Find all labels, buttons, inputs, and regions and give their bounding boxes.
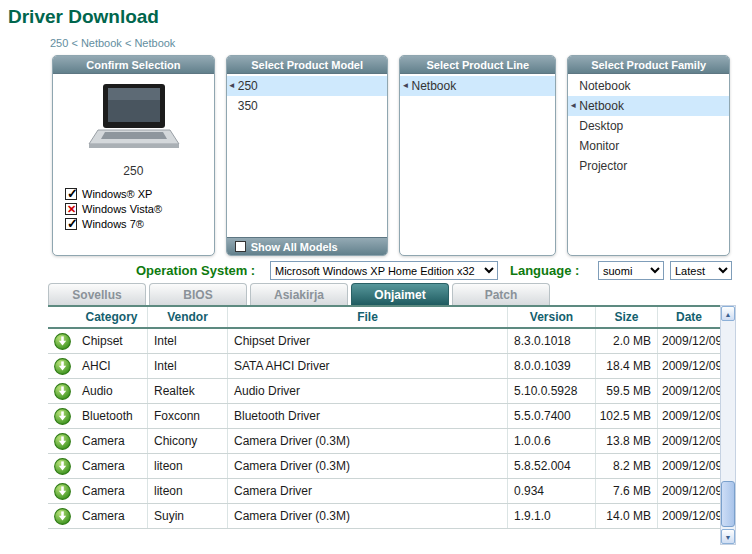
operation-system-select[interactable]: Microsoft Windows XP Home Edition x32 — [270, 261, 498, 280]
column-header: Vendor — [148, 307, 228, 327]
category-cell: Camera — [76, 454, 148, 478]
download-cell — [48, 504, 76, 528]
table-body: Chipset Intel Chipset Driver 8.3.0.1018 … — [48, 329, 720, 529]
table-header: Category Vendor File Version Size Date — [48, 305, 720, 329]
tab[interactable]: BIOS — [149, 283, 247, 305]
checkbox-icon[interactable] — [65, 203, 77, 215]
table-row: Audio Realtek Audio Driver 5.10.0.5928 5… — [48, 379, 720, 404]
version-cell: 5.5.0.7400 — [508, 404, 596, 428]
checkbox-icon[interactable] — [65, 218, 77, 230]
vendor-cell: Chicony — [148, 429, 228, 453]
date-cell: 2009/12/09 — [658, 504, 720, 528]
checkbox-icon[interactable] — [65, 188, 77, 200]
date-cell: 2009/12/09 — [658, 429, 720, 453]
product-family-list: Notebook Netbook Desktop Monitor Project… — [568, 74, 729, 255]
size-cell: 14.0 MB — [596, 504, 658, 528]
category-cell: Camera — [76, 429, 148, 453]
size-cell: 59.5 MB — [596, 379, 658, 403]
download-cell — [48, 329, 76, 353]
product-family-option[interactable]: Monitor — [568, 136, 729, 156]
size-cell: 8.2 MB — [596, 454, 658, 478]
column-header: Date — [658, 307, 720, 327]
latest-select[interactable]: Latest — [670, 261, 732, 280]
confirm-selection-title: Confirm Selection — [53, 56, 214, 74]
breadcrumb: 250 < Netbook < Netbook — [50, 37, 175, 49]
tab[interactable]: Asiakirja — [250, 283, 348, 305]
version-cell: 5.8.52.004 — [508, 454, 596, 478]
language-select[interactable]: suomi — [598, 261, 664, 280]
download-icon[interactable] — [54, 483, 71, 500]
file-cell: Chipset Driver — [228, 329, 508, 353]
select-product-model-title: Select Product Model — [227, 56, 388, 74]
os-support-item[interactable]: Windows Vista® — [65, 201, 214, 216]
category-cell: Chipset — [76, 329, 148, 353]
download-icon[interactable] — [54, 408, 71, 425]
version-cell: 8.0.0.1039 — [508, 354, 596, 378]
download-cell — [48, 354, 76, 378]
vendor-cell: liteon — [148, 479, 228, 503]
download-icon[interactable] — [54, 508, 71, 525]
show-all-models-row: Show All Models — [227, 237, 388, 255]
product-line-option[interactable]: Netbook — [400, 76, 555, 96]
version-cell: 0.934 — [508, 479, 596, 503]
operation-system-label: Operation System : — [136, 263, 255, 278]
download-cell — [48, 479, 76, 503]
tab[interactable]: Patch — [452, 283, 550, 305]
confirm-selection-panel: Confirm Selection 250 — [52, 55, 215, 256]
product-model-list: 250 350 — [227, 74, 388, 237]
netbook-image — [81, 82, 185, 158]
file-cell: Camera Driver — [228, 479, 508, 503]
tab[interactable]: Sovellus — [48, 283, 146, 305]
product-family-option[interactable]: Notebook — [568, 76, 729, 96]
version-cell: 8.3.0.1018 — [508, 329, 596, 353]
scroll-up-button[interactable]: ▲ — [721, 306, 735, 321]
date-cell: 2009/12/09 — [658, 479, 720, 503]
download-cell — [48, 404, 76, 428]
product-line-list: Netbook — [400, 74, 555, 255]
download-icon[interactable] — [54, 333, 71, 350]
scroll-down-button[interactable]: ▼ — [721, 529, 735, 544]
table-row: Bluetooth Foxconn Bluetooth Driver 5.5.0… — [48, 404, 720, 429]
download-icon[interactable] — [54, 358, 71, 375]
confirmed-model-label: 250 — [53, 164, 214, 178]
file-cell: Audio Driver — [228, 379, 508, 403]
file-cell: Camera Driver (0.3M) — [228, 454, 508, 478]
select-product-family-title: Select Product Family — [568, 56, 729, 74]
select-product-line-title: Select Product Line — [400, 56, 555, 74]
size-cell: 18.4 MB — [596, 354, 658, 378]
product-model-option[interactable]: 250 — [227, 76, 388, 96]
download-cell — [48, 429, 76, 453]
vendor-cell: Suyin — [148, 504, 228, 528]
os-support-item[interactable]: Windows® XP — [65, 186, 214, 201]
tab[interactable]: Ohjaimet — [351, 283, 449, 305]
vendor-cell: Foxconn — [148, 404, 228, 428]
file-cell: Camera Driver (0.3M) — [228, 504, 508, 528]
select-product-family-panel: Select Product Family Notebook Netbook D… — [567, 55, 730, 256]
product-family-option[interactable]: Desktop — [568, 116, 729, 136]
column-header: Version — [508, 307, 596, 327]
product-family-option[interactable]: Projector — [568, 156, 729, 176]
vendor-cell: liteon — [148, 454, 228, 478]
date-cell: 2009/12/09 — [658, 404, 720, 428]
table-scrollbar[interactable]: ▲ ▼ — [720, 305, 736, 545]
show-all-models-checkbox[interactable] — [235, 241, 246, 252]
download-icon[interactable] — [54, 383, 71, 400]
product-family-option[interactable]: Netbook — [568, 96, 729, 116]
os-support-item[interactable]: Windows 7® — [65, 216, 214, 231]
download-cell — [48, 454, 76, 478]
vendor-cell: Intel — [148, 354, 228, 378]
tab-bar: Sovellus BIOS Asiakirja Ohjaimet Patch — [48, 283, 553, 305]
table-row: Camera Suyin Camera Driver (0.3M) 1.9.1.… — [48, 504, 720, 529]
download-cell — [48, 379, 76, 403]
version-cell: 1.0.0.6 — [508, 429, 596, 453]
select-product-model-panel: Select Product Model 250 350 Show All Mo… — [226, 55, 389, 256]
table-row: Chipset Intel Chipset Driver 8.3.0.1018 … — [48, 329, 720, 354]
download-icon[interactable] — [54, 433, 71, 450]
version-cell: 1.9.1.0 — [508, 504, 596, 528]
download-icon[interactable] — [54, 458, 71, 475]
vendor-cell: Intel — [148, 329, 228, 353]
scrollbar-thumb[interactable] — [721, 481, 735, 527]
category-cell: Camera — [76, 504, 148, 528]
product-model-option[interactable]: 350 — [227, 96, 388, 116]
category-cell: Audio — [76, 379, 148, 403]
